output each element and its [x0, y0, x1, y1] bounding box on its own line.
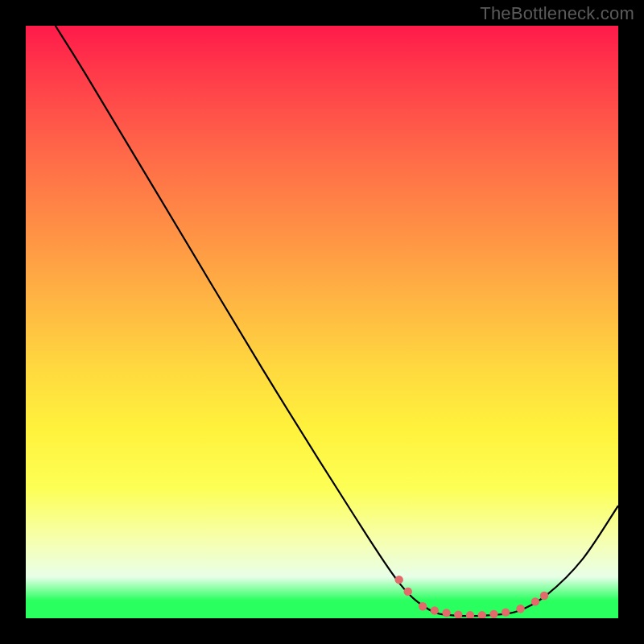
- curve-marker-dot: [478, 611, 486, 618]
- curve-marker-dot: [531, 597, 539, 605]
- curve-marker-dot: [394, 576, 402, 584]
- chart-svg: [26, 26, 618, 618]
- curve-markers: [394, 576, 548, 618]
- chart-plot-area: [26, 26, 618, 618]
- curve-line: [56, 26, 618, 616]
- curve-marker-dot: [404, 588, 412, 596]
- curve-marker-dot: [466, 611, 474, 618]
- curve-marker-dot: [431, 606, 439, 614]
- curve-marker-dot: [454, 610, 462, 618]
- curve-marker-dot: [516, 605, 524, 613]
- watermark-text: TheBottleneck.com: [480, 3, 634, 24]
- curve-marker-dot: [442, 609, 450, 617]
- curve-marker-dot: [419, 602, 427, 610]
- curve-marker-dot: [540, 592, 548, 600]
- curve-marker-dot: [489, 610, 497, 618]
- curve-marker-dot: [502, 608, 510, 616]
